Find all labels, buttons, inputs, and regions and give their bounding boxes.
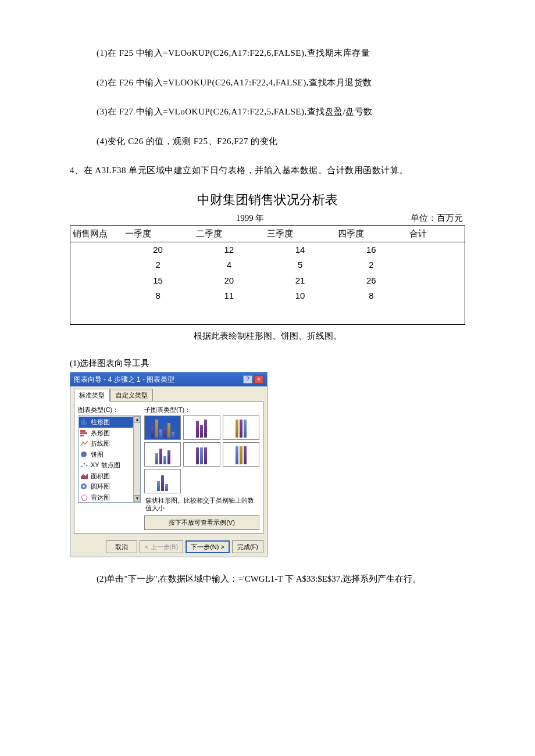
- col-header-outlet: 销售网点: [70, 226, 123, 242]
- subtype-thumb[interactable]: [144, 469, 181, 493]
- line-5: 4、在 A3LF38 单元区域中建立如下日勺表格，并输入基本数据。合计数用函数计…: [70, 164, 465, 177]
- list-item-label: 柱形图: [91, 417, 110, 427]
- subtype-label: 子图表类型(T)：: [144, 405, 259, 415]
- cell: 20: [123, 242, 194, 257]
- svg-rect-2: [85, 422, 87, 425]
- svg-point-8: [84, 463, 85, 465]
- list-item[interactable]: 饼图: [79, 449, 140, 460]
- table-header-row: 销售网点 一季度 二季度 三季度 四季度 合计: [70, 226, 465, 242]
- svg-marker-10: [81, 474, 88, 479]
- cell: 16: [336, 242, 406, 257]
- col-header-q3: 三季度: [265, 226, 336, 242]
- step1-label: (1)选择图表向导工具: [70, 357, 465, 370]
- dialog-title: 图表向导 - 4 步骤之 1 - 图表类型: [74, 374, 174, 385]
- cell: 2: [123, 257, 194, 273]
- svg-marker-13: [81, 495, 87, 500]
- cell: 14: [265, 242, 336, 257]
- subtype-thumb[interactable]: [183, 442, 220, 467]
- line-chart-icon: [80, 440, 88, 447]
- view-sample-button[interactable]: 按下不放可查看示例(V): [144, 515, 259, 530]
- table-row: 2 4 5 2: [70, 257, 465, 273]
- list-item-label: 条形图: [91, 428, 110, 438]
- list-item[interactable]: 面积图: [79, 471, 140, 482]
- list-item[interactable]: XY 散点图: [79, 460, 140, 471]
- svg-rect-5: [80, 435, 84, 436]
- cell: 8: [336, 288, 406, 304]
- list-item[interactable]: 雷达图: [79, 492, 140, 503]
- cell: 10: [265, 288, 336, 304]
- pie-chart-icon: [80, 451, 88, 458]
- prev-button[interactable]: < 上一步(B): [140, 540, 183, 554]
- cell: 4: [194, 257, 265, 273]
- cell: 5: [265, 257, 336, 273]
- chart-wizard-dialog: 图表向导 - 4 步骤之 1 - 图表类型 ? × 标准类型 自定义类型 图表类…: [70, 372, 268, 557]
- tab-standard-types[interactable]: 标准类型: [74, 389, 110, 402]
- cancel-button[interactable]: 取消: [106, 540, 137, 554]
- cell: 21: [265, 273, 336, 289]
- col-header-q1: 一季度: [123, 226, 194, 242]
- finish-button[interactable]: 完成(F): [232, 540, 263, 554]
- subtype-thumb[interactable]: [223, 415, 259, 440]
- list-item[interactable]: 圆环图: [79, 481, 140, 492]
- svg-point-12: [83, 485, 85, 488]
- subtype-thumb[interactable]: [183, 415, 220, 440]
- table-row: [70, 312, 465, 325]
- list-item[interactable]: 柱形图: [79, 417, 140, 428]
- col-header-total: 合计: [407, 226, 465, 242]
- subtype-description: 簇状柱形图。比较相交于类别轴上的数值大小: [145, 497, 259, 512]
- cell: 12: [194, 242, 265, 257]
- list-item[interactable]: 折线图: [79, 438, 140, 449]
- step2-text: (2)单击"下一步",在数据区域中输入：='CWGL1-T 下 A$33:$E$…: [97, 572, 465, 586]
- table-row: 20 12 14 16: [70, 242, 465, 257]
- svg-rect-3: [80, 430, 85, 432]
- next-button[interactable]: 下一步(N) >: [186, 540, 230, 554]
- radar-chart-icon: [80, 494, 88, 501]
- svg-point-9: [86, 465, 88, 467]
- cell: 15: [123, 273, 194, 289]
- list-item-label: 圆环图: [91, 482, 110, 492]
- dialog-titlebar: 图表向导 - 4 步骤之 1 - 图表类型 ? ×: [70, 372, 267, 386]
- subtype-thumb[interactable]: [144, 442, 181, 467]
- list-item-label: XY 散点图: [91, 460, 120, 470]
- chart-type-label: 图表类型(C)：: [78, 405, 141, 415]
- scroll-up-icon[interactable]: ▴: [134, 416, 140, 423]
- cell: 11: [194, 288, 265, 304]
- doughnut-chart-icon: [80, 483, 88, 490]
- column-chart-icon: [80, 418, 88, 425]
- subtype-thumb[interactable]: [144, 415, 181, 440]
- svg-rect-4: [80, 432, 87, 434]
- list-item[interactable]: 条形图: [79, 428, 140, 439]
- list-item-label: 折线图: [91, 439, 110, 449]
- list-item-label: 面积图: [91, 471, 110, 481]
- cell: 26: [336, 273, 406, 289]
- scroll-down-icon[interactable]: ▾: [134, 495, 140, 502]
- table-row: 15 20 21 26: [70, 273, 465, 289]
- close-icon[interactable]: ×: [254, 375, 263, 384]
- area-chart-icon: [80, 472, 88, 479]
- table-title: 中财集团销售状况分析表: [70, 190, 465, 209]
- line-3: (3)在 F27 中输入=VLoOKUP(C26,A17:F22,5,FALSE…: [97, 105, 465, 119]
- chart-type-listbox[interactable]: 柱形图 条形图 折线图 饼图: [78, 415, 141, 503]
- cell: 2: [336, 257, 406, 273]
- cell: 8: [123, 288, 194, 304]
- line-1: (1)在 F25 中输入=VLOoKUP(C26,A17:F22,6,FALSE…: [97, 46, 465, 60]
- cell: 20: [194, 273, 265, 289]
- unit-label: 单位：百万元: [384, 212, 465, 225]
- col-header-q4: 四季度: [336, 226, 406, 242]
- bar-chart-icon: [80, 429, 88, 436]
- line-2: (2)在 F26 中输入=VLOOKUP(C26,A17:F22,4,FALSE…: [97, 76, 465, 89]
- scrollbar[interactable]: ▴ ▾: [133, 416, 140, 502]
- sales-table: 销售网点 一季度 二季度 三季度 四季度 合计 20 12 14 16 2 4 …: [70, 225, 465, 325]
- line-4: (4)变化 C26 的值，观测 F25、F26,F27 的变化: [97, 135, 465, 148]
- svg-point-7: [81, 466, 83, 468]
- year-label: 1999 年: [70, 212, 384, 225]
- table-row: [70, 304, 465, 312]
- table-caption: 根据此表绘制柱形图、饼图、折线图。: [70, 329, 465, 343]
- scatter-chart-icon: [80, 461, 88, 468]
- tab-custom-types[interactable]: 自定义类型: [110, 389, 153, 402]
- svg-rect-1: [83, 419, 85, 425]
- subtype-thumb[interactable]: [223, 442, 259, 467]
- table-row: 8 11 10 8: [70, 288, 465, 304]
- help-icon[interactable]: ?: [243, 375, 252, 384]
- list-item-label: 饼图: [91, 450, 104, 460]
